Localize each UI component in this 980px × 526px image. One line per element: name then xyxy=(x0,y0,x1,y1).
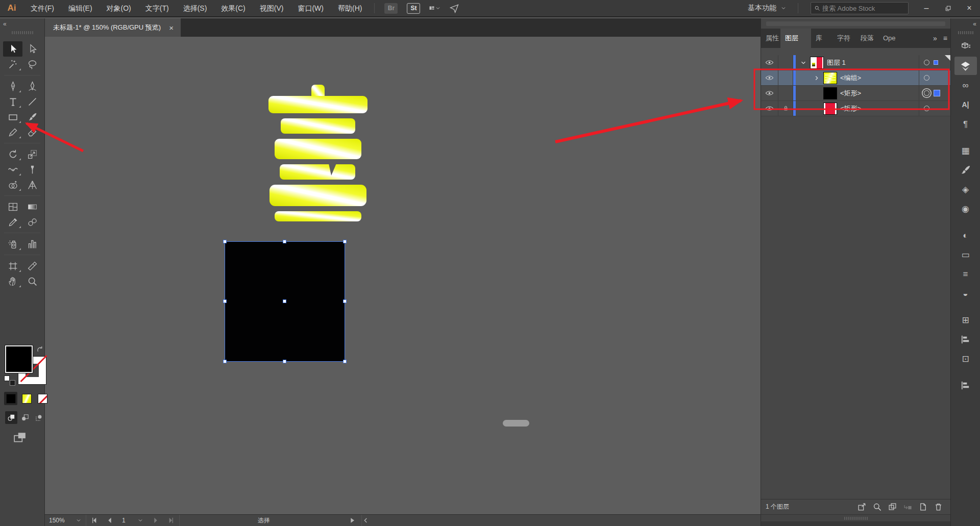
change-screen-mode-button[interactable] xyxy=(12,431,33,446)
artboard-tool[interactable] xyxy=(3,258,22,273)
locate-object-button[interactable] xyxy=(869,502,885,513)
minimize-button[interactable]: – xyxy=(916,0,937,17)
layer-row-4[interactable]: <矩形> xyxy=(761,101,950,116)
brushes-panel-button[interactable] xyxy=(954,161,977,179)
draw-behind-button[interactable] xyxy=(19,411,31,424)
layer-name[interactable]: <矩形> xyxy=(840,89,861,98)
last-artboard-button[interactable] xyxy=(167,516,175,524)
lock-toggle[interactable] xyxy=(778,55,793,70)
selection-handle[interactable] xyxy=(223,240,227,243)
selection-indicator[interactable] xyxy=(934,90,940,96)
type-tool[interactable] xyxy=(3,94,22,109)
gradient-panel-button[interactable]: ◒ xyxy=(954,284,977,303)
artboard-navigation-select[interactable]: 1 xyxy=(118,515,148,526)
selection-handle[interactable] xyxy=(223,299,227,303)
selection-handle[interactable] xyxy=(283,360,286,363)
properties-panel-button[interactable] xyxy=(954,37,977,56)
none-button[interactable] xyxy=(36,392,49,405)
menu-item-1[interactable]: 文件(F) xyxy=(23,0,61,17)
menu-item-3[interactable]: 对象(O) xyxy=(100,0,138,17)
artboards-panel-button[interactable]: ▭ xyxy=(954,245,977,264)
mesh-tool[interactable] xyxy=(3,199,22,214)
document-tab[interactable]: 未标题-1* @ 150% (RGB/GPU 预览) × xyxy=(45,18,181,37)
magic-wand-tool[interactable] xyxy=(3,57,22,72)
transform-panel-button[interactable]: ⊞ xyxy=(954,311,977,329)
selection-tool[interactable] xyxy=(3,41,22,57)
pen-tool[interactable] xyxy=(3,79,22,94)
eyedropper-tool[interactable] xyxy=(3,214,22,230)
visibility-toggle[interactable] xyxy=(761,101,778,116)
menu-item-2[interactable]: 编辑(E) xyxy=(61,0,100,17)
dock-drag-handle[interactable] xyxy=(958,31,973,34)
eraser-tool[interactable] xyxy=(22,124,42,140)
hand-tool[interactable] xyxy=(3,273,22,289)
layer-row-3[interactable]: <矩形> xyxy=(761,86,950,101)
layer-row-1[interactable]: 图层 1 xyxy=(761,55,950,70)
tab-图层[interactable]: 图层 xyxy=(780,29,811,48)
menu-item-8[interactable]: 窗口(W) xyxy=(290,0,331,17)
puppet-warp-tool[interactable] xyxy=(22,162,42,177)
target-circle[interactable] xyxy=(924,90,929,96)
draw-normal-button[interactable] xyxy=(5,411,17,424)
lock-toggle[interactable] xyxy=(778,70,793,85)
tab-库[interactable]: 库 xyxy=(811,29,832,48)
align-panel-button[interactable] xyxy=(954,330,977,348)
stock-badge[interactable]: St xyxy=(407,3,420,14)
curvature-tool[interactable] xyxy=(22,79,42,94)
menu-item-4[interactable]: 文字(T) xyxy=(138,0,176,17)
rectangle-tool[interactable] xyxy=(3,109,22,124)
layer-thumbnail[interactable] xyxy=(823,103,837,115)
zoom-tool[interactable] xyxy=(22,273,42,289)
visibility-toggle[interactable] xyxy=(761,55,778,70)
expand-status-button[interactable] xyxy=(362,516,370,524)
rotate-tool[interactable] xyxy=(3,146,22,162)
selected-rectangle[interactable] xyxy=(225,241,345,362)
previous-artboard-button[interactable] xyxy=(106,516,114,524)
target-circle[interactable] xyxy=(924,60,929,65)
target-circle[interactable] xyxy=(924,75,929,81)
layer-name[interactable]: <矩形> xyxy=(840,104,861,113)
toolbar-drag-handle[interactable] xyxy=(12,31,33,34)
workspace-switcher[interactable]: 基本功能 xyxy=(742,4,793,13)
appearance-panel-button[interactable]: ◐ xyxy=(954,226,977,244)
new-layer-button[interactable] xyxy=(915,502,930,513)
swatches-panel-button[interactable]: ▦ xyxy=(954,141,977,160)
tab-overflow-button[interactable]: » xyxy=(930,29,940,48)
paragraph-panel-button[interactable]: ¶ xyxy=(954,115,977,133)
search-input[interactable] xyxy=(822,5,905,12)
shape-builder-tool[interactable] xyxy=(3,177,22,192)
layer-name[interactable]: 图层 1 xyxy=(827,58,846,67)
graphic-styles-panel-button[interactable]: ◉ xyxy=(954,199,977,218)
menu-item-6[interactable]: 效果(C) xyxy=(214,0,252,17)
layer-thumbnail[interactable] xyxy=(810,57,824,69)
layer-name[interactable]: <编组> xyxy=(840,73,861,83)
first-artboard-button[interactable] xyxy=(90,516,99,524)
adobe-stock-search[interactable] xyxy=(811,2,909,14)
visibility-toggle[interactable] xyxy=(761,86,778,101)
make-release-button[interactable] xyxy=(900,502,915,513)
scale-tool[interactable] xyxy=(22,146,42,162)
close-button[interactable]: × xyxy=(959,0,980,17)
artwork-glyph[interactable]: 喜 xyxy=(267,85,369,221)
share-button[interactable] xyxy=(449,3,459,13)
tab-段落[interactable]: 段落 xyxy=(856,29,878,48)
pathfinder-panel-button[interactable]: ⊡ xyxy=(954,349,977,368)
default-fill-stroke-button[interactable] xyxy=(4,375,15,386)
stroke-panel-button[interactable]: ≡ xyxy=(954,265,977,283)
layer-thumbnail[interactable] xyxy=(823,72,837,84)
swap-fill-stroke-button[interactable] xyxy=(36,345,45,355)
panel-drag-bar[interactable] xyxy=(761,18,950,29)
layers-panel-button[interactable] xyxy=(954,57,977,75)
color-button[interactable] xyxy=(4,392,17,405)
panel-resize-handle[interactable] xyxy=(761,514,950,521)
canvas[interactable]: 喜 xyxy=(45,37,761,514)
menu-item-9[interactable]: 帮助(H) xyxy=(331,0,369,17)
blend-tool[interactable] xyxy=(22,214,42,230)
column-graph-tool[interactable] xyxy=(22,236,42,252)
lock-toggle[interactable] xyxy=(778,86,793,101)
selection-handle[interactable] xyxy=(223,360,227,363)
lock-toggle[interactable] xyxy=(778,101,793,116)
visibility-toggle[interactable] xyxy=(761,70,778,85)
twirl-closed-icon[interactable] xyxy=(813,74,820,82)
clipping-mask-button[interactable] xyxy=(885,502,900,513)
